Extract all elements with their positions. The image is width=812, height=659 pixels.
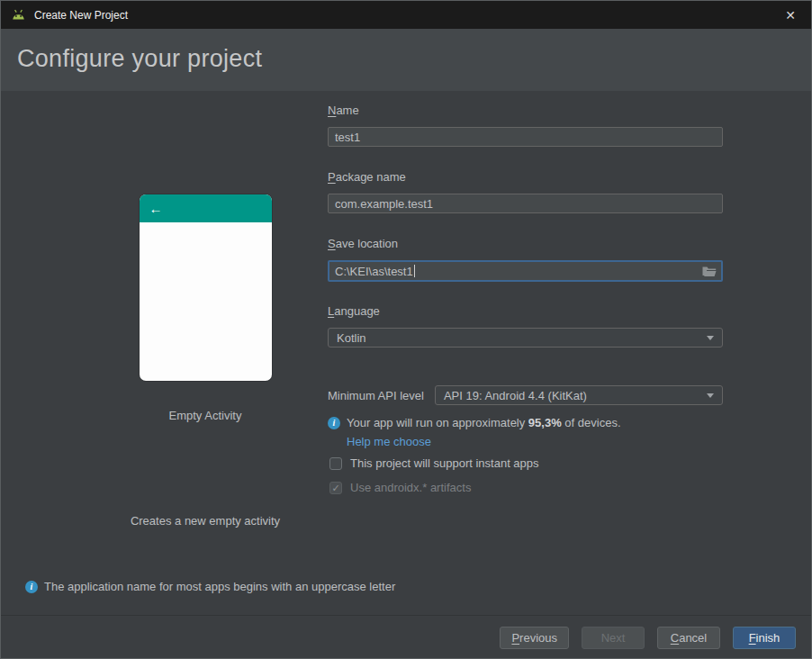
- close-icon: ✕: [785, 8, 796, 23]
- wizard-header: Configure your project: [1, 29, 811, 91]
- info-icon: i: [328, 417, 340, 429]
- device-percentage: 95,3%: [528, 416, 562, 429]
- api-info-line: i Your app will run on approximately 95,…: [328, 415, 723, 431]
- template-preview-pane: ← Empty Activity Creates a new empty act…: [106, 194, 304, 528]
- chevron-down-icon: [707, 393, 714, 398]
- min-api-selected-value: API 19: Android 4.4 (KitKat): [444, 389, 587, 402]
- min-api-row: Minimum API level API 19: Android 4.4 (K…: [328, 385, 723, 405]
- api-info-text: Your app will run on approximately 95,3%…: [347, 415, 621, 431]
- instant-apps-row[interactable]: This project will support instant apps: [329, 456, 723, 472]
- androidx-checkbox: [329, 482, 342, 494]
- androidx-row: Use androidx.* artifacts: [329, 480, 723, 496]
- project-config-form: Name Package name Save location C:\KEI\a…: [328, 104, 723, 496]
- save-location-value: C:\KEI\as\test1: [335, 265, 413, 278]
- template-preview-card: ←: [140, 194, 272, 381]
- save-location-input[interactable]: C:\KEI\as\test1: [328, 260, 723, 282]
- titlebar: Create New Project ✕: [1, 1, 811, 29]
- android-logo-icon: [10, 9, 27, 21]
- back-arrow-icon: ←: [149, 201, 163, 216]
- template-name: Empty Activity: [106, 409, 304, 422]
- window-title: Create New Project: [34, 9, 128, 22]
- footer-info-text: The application name for most apps begin…: [44, 580, 395, 593]
- footer-info-line: i The application name for most apps beg…: [25, 580, 395, 593]
- cancel-button[interactable]: Cancel: [657, 627, 720, 649]
- folder-icon: [702, 266, 717, 277]
- info-icon: i: [25, 581, 38, 593]
- finish-button[interactable]: Finish: [733, 627, 796, 649]
- footer-separator: [1, 615, 811, 616]
- previous-button[interactable]: Previous: [500, 627, 569, 649]
- instant-apps-checkbox[interactable]: [329, 457, 342, 470]
- language-label: Language: [328, 304, 723, 319]
- name-label: Name: [328, 104, 723, 118]
- text-caret: [414, 265, 415, 277]
- name-input[interactable]: [328, 127, 723, 147]
- instant-apps-label: This project will support instant apps: [350, 456, 539, 472]
- chevron-down-icon: [707, 336, 714, 340]
- help-me-choose-link[interactable]: Help me choose: [347, 435, 431, 448]
- package-name-label: Package name: [328, 170, 723, 185]
- package-name-input[interactable]: [328, 194, 723, 213]
- min-api-select[interactable]: API 19: Android 4.4 (KitKat): [435, 385, 723, 405]
- close-button[interactable]: ✕: [770, 1, 811, 29]
- wizard-buttons: Previous Next Cancel Finish: [500, 627, 796, 649]
- androidx-label: Use androidx.* artifacts: [350, 480, 471, 496]
- template-preview-appbar: ←: [140, 194, 272, 222]
- browse-folder-button[interactable]: [702, 266, 717, 277]
- page-title: Configure your project: [17, 45, 262, 73]
- save-location-label: Save location: [328, 237, 723, 251]
- template-description: Creates a new empty activity: [106, 514, 304, 528]
- language-selected-value: Kotlin: [337, 331, 366, 345]
- language-select[interactable]: Kotlin: [328, 328, 723, 348]
- create-new-project-window: Create New Project ✕ Configure your proj…: [0, 0, 812, 659]
- min-api-label: Minimum API level: [328, 389, 424, 402]
- next-button[interactable]: Next: [582, 627, 645, 649]
